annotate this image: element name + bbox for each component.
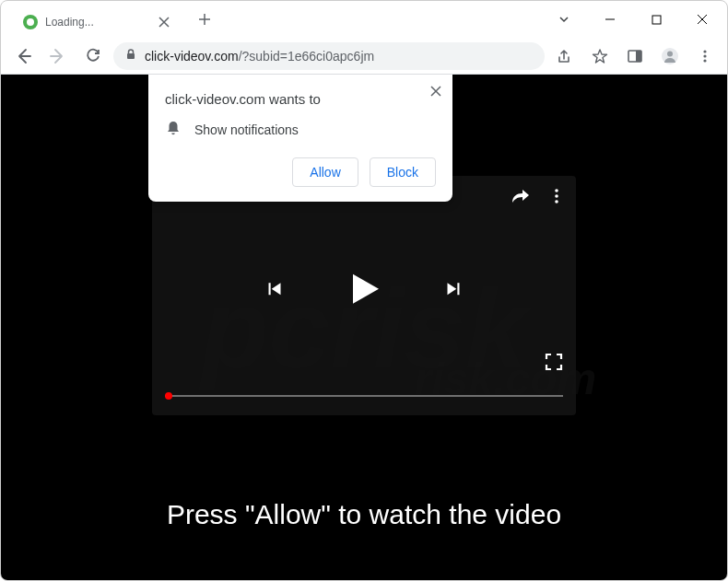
star-icon (592, 48, 608, 64)
svg-point-7 (703, 54, 706, 57)
svg-rect-1 (127, 53, 135, 59)
share-arrow-icon (510, 185, 532, 207)
prompt-permission-row: Show notifications (165, 120, 436, 139)
bell-icon (165, 120, 182, 139)
svg-rect-3 (636, 51, 641, 62)
svg-rect-0 (652, 16, 661, 24)
maximize-icon (652, 15, 662, 25)
play-icon (342, 267, 386, 311)
close-icon (697, 14, 708, 25)
url-text: click-videov.com/?subid=1e66ci0apc6jm (145, 49, 374, 64)
svg-point-9 (555, 189, 558, 192)
titlebar: Loading... (1, 1, 727, 38)
profile-icon (661, 47, 679, 65)
next-button[interactable] (441, 277, 465, 305)
reload-icon (85, 48, 101, 64)
tab-favicon (23, 15, 38, 29)
play-button[interactable] (342, 267, 386, 315)
block-button[interactable]: Block (370, 157, 436, 187)
new-tab-button[interactable] (192, 6, 217, 32)
svg-point-5 (667, 51, 673, 56)
svg-point-8 (703, 59, 706, 62)
prompt-close-button[interactable] (430, 84, 441, 100)
window-close-button[interactable] (681, 5, 723, 34)
arrow-right-icon (50, 48, 66, 64)
tab-close-button[interactable] (157, 15, 171, 29)
arrow-left-icon (15, 48, 31, 64)
fullscreen-icon (545, 353, 563, 371)
window-maximize-button[interactable] (635, 5, 677, 34)
svg-point-6 (703, 50, 706, 52)
tab-title: Loading... (45, 16, 94, 29)
panel-icon (627, 48, 643, 64)
player-top-controls (510, 185, 565, 211)
kebab-icon (697, 48, 713, 64)
svg-point-10 (555, 194, 558, 198)
nav-back-button[interactable] (8, 41, 38, 71)
page-caption: Press "Allow" to watch the video (1, 499, 727, 530)
video-player[interactable] (152, 176, 576, 415)
prompt-title: click-videov.com wants to (165, 91, 436, 107)
player-mid-controls (263, 267, 465, 315)
fullscreen-button[interactable] (545, 353, 563, 375)
bookmark-button[interactable] (585, 41, 615, 71)
browser-tab[interactable]: Loading... (12, 6, 182, 38)
svg-point-11 (555, 200, 558, 203)
skip-previous-icon (263, 277, 287, 301)
side-panel-button[interactable] (620, 41, 650, 71)
chevron-down-icon (558, 13, 570, 26)
menu-button[interactable] (690, 41, 720, 71)
player-menu-button[interactable] (548, 188, 565, 208)
minimize-icon (605, 14, 616, 25)
kebab-icon (548, 188, 565, 204)
progress-bar[interactable] (165, 395, 563, 397)
nav-forward-button[interactable] (43, 41, 73, 71)
skip-next-icon (441, 277, 465, 301)
permission-prompt: click-videov.com wants to Show notificat… (148, 75, 452, 202)
previous-button[interactable] (263, 277, 287, 305)
close-icon (159, 17, 170, 28)
share-icon (557, 48, 573, 64)
window-controls (543, 5, 723, 34)
nav-reload-button[interactable] (78, 41, 108, 71)
window-minimize-button[interactable] (589, 5, 631, 34)
close-icon (430, 86, 441, 97)
share-button[interactable] (550, 41, 580, 71)
address-bar[interactable]: click-videov.com/?subid=1e66ci0apc6jm (113, 42, 545, 70)
profile-button[interactable] (655, 41, 685, 71)
player-share-button[interactable] (510, 185, 532, 211)
tab-search-button[interactable] (543, 5, 585, 34)
plus-icon (198, 13, 211, 26)
prompt-permission-label: Show notifications (194, 122, 299, 137)
page-content: pcrisk risk.com Press "Allow (1, 75, 727, 581)
lock-icon (124, 48, 137, 64)
allow-button[interactable]: Allow (292, 157, 358, 187)
toolbar: click-videov.com/?subid=1e66ci0apc6jm (1, 38, 727, 75)
